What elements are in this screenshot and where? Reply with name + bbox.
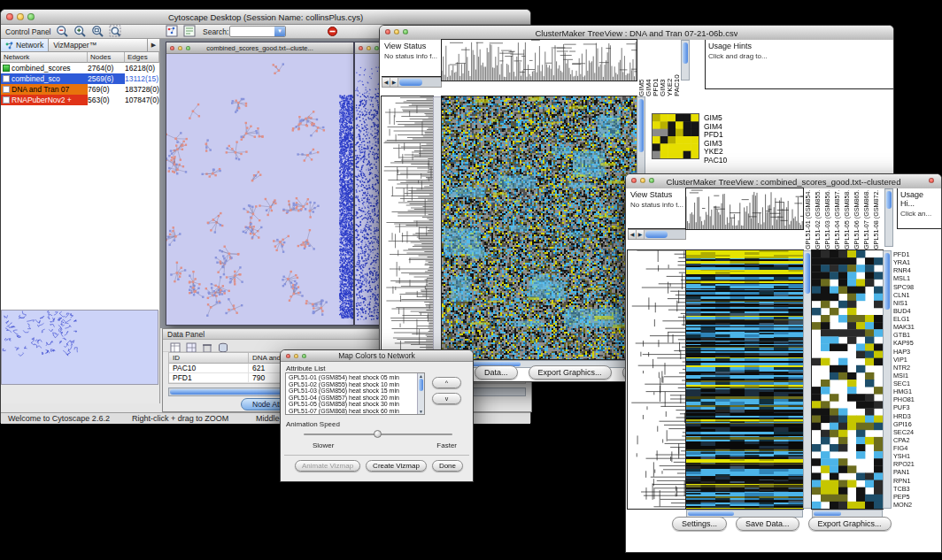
tv2-row-label[interactable]: RPN1 bbox=[893, 477, 941, 485]
tv2-button[interactable]: Export Graphics... bbox=[808, 517, 892, 531]
treeview1-titlebar[interactable]: ClusterMaker TreeView : DNA and Tran 07-… bbox=[380, 26, 893, 41]
zoom-out-icon[interactable] bbox=[56, 25, 69, 38]
scroll-right-icon[interactable]: ▶ bbox=[637, 230, 645, 239]
scrollbar-thumb[interactable] bbox=[399, 79, 422, 86]
tv1-button[interactable]: Export Graphics... bbox=[529, 365, 612, 380]
network-list-item[interactable]: combined_scores2764(0)16218(0) bbox=[1, 63, 159, 73]
close-button[interactable] bbox=[359, 46, 363, 50]
attribute-list-item[interactable]: GPL51-05 (GSM858) heat shock 30 min bbox=[287, 401, 416, 408]
minimize-button[interactable] bbox=[394, 29, 399, 35]
tv2-row-label[interactable]: TCB3 bbox=[893, 485, 941, 493]
annotation-icon[interactable] bbox=[183, 25, 197, 38]
tv2-row-label[interactable]: VIP1 bbox=[893, 356, 941, 364]
network-view-icon[interactable] bbox=[166, 25, 179, 38]
row-dendrogram[interactable] bbox=[382, 96, 433, 359]
tv2-column-label[interactable]: GPL51-02 (GSM855... bbox=[813, 189, 822, 249]
tv2-row-label[interactable]: NTR2 bbox=[893, 364, 941, 372]
tv2-row-label[interactable]: FIG4 bbox=[893, 444, 941, 452]
attribute-listbox[interactable]: GPL51-01 (GSM854) heat shock 05 minGPL51… bbox=[285, 372, 425, 415]
close-button[interactable] bbox=[286, 354, 290, 358]
tv2-row-label[interactable]: BUD4 bbox=[893, 307, 941, 315]
view-status-scrollbar[interactable]: ◀ ▶ bbox=[628, 229, 686, 240]
red-status-icon[interactable] bbox=[327, 25, 340, 38]
tv2-row-label[interactable]: PEP5 bbox=[893, 493, 941, 501]
tv2-row-label[interactable]: PUF3 bbox=[893, 403, 941, 411]
tv2-button[interactable]: Settings... bbox=[672, 517, 727, 531]
tv2-row-label[interactable]: HRD3 bbox=[893, 412, 941, 420]
tv2-column-label[interactable]: GPL51-07 (GSM868... bbox=[861, 189, 871, 249]
tv2-row-label[interactable]: KAP95 bbox=[893, 339, 941, 347]
scrollbar-thumb[interactable] bbox=[419, 379, 423, 391]
tv2-row-label[interactable]: SEC1 bbox=[893, 380, 941, 387]
search-input[interactable]: ▼ bbox=[229, 26, 286, 37]
scrollbar-thumb[interactable] bbox=[645, 231, 668, 238]
cytoscape-titlebar[interactable]: Cytoscape Desktop (Session Name: collins… bbox=[1, 10, 530, 25]
tv2-row-label[interactable]: CLN1 bbox=[893, 291, 941, 299]
tv1-column-label[interactable]: PAC10 bbox=[674, 42, 681, 96]
close-button[interactable] bbox=[6, 13, 13, 20]
scrollbar-thumb[interactable] bbox=[638, 99, 644, 152]
close-button[interactable] bbox=[170, 46, 174, 50]
create-vizmap-button[interactable]: Create Vizmap bbox=[366, 460, 427, 472]
tv2-column-label[interactable]: GPL51-06 (GSM865... bbox=[852, 189, 861, 249]
chevron-down-icon[interactable]: ▼ bbox=[274, 27, 285, 36]
tv2-column-label[interactable]: GPL51-03 (GSM856... bbox=[822, 189, 832, 249]
network-graph-canvas[interactable] bbox=[166, 54, 353, 325]
tv2-row-label[interactable]: HMG1 bbox=[893, 387, 941, 395]
dendrogram-scrollbar[interactable] bbox=[433, 96, 442, 359]
tv2-button[interactable]: Save Data... bbox=[736, 517, 799, 531]
tab-network[interactable]: Network bbox=[1, 39, 49, 51]
zoom-button[interactable] bbox=[649, 178, 654, 183]
secondary-heatmap-canvas[interactable] bbox=[812, 250, 883, 509]
zoom-button[interactable] bbox=[186, 46, 190, 50]
column-header-edges[interactable]: Edges bbox=[125, 52, 159, 63]
treeview2-titlebar[interactable]: ClusterMaker TreeView : combined_scores_… bbox=[626, 174, 941, 189]
dialog-titlebar[interactable]: Map Colors to Network bbox=[281, 350, 473, 362]
tv2-row-label[interactable]: RNR4 bbox=[893, 266, 941, 274]
tv1-column-label[interactable]: PFD1 bbox=[652, 42, 660, 96]
scroll-down-icon[interactable]: ▼ bbox=[418, 409, 424, 414]
tv2-row-label[interactable]: YSH1 bbox=[893, 452, 941, 460]
tv1-button[interactable]: Data... bbox=[475, 365, 518, 380]
tv2-row-label[interactable]: PAN1 bbox=[893, 468, 941, 476]
animation-speed-slider[interactable] bbox=[304, 430, 452, 439]
animate-vizmap-button[interactable]: Animate Vizmap bbox=[295, 460, 360, 472]
tv2-row-label[interactable]: PFD1 bbox=[893, 250, 941, 258]
zoom-selected-icon[interactable] bbox=[109, 25, 122, 38]
tv2-column-label[interactable]: GPL51-08 (GSM872... bbox=[871, 189, 881, 249]
tv2-row-label[interactable]: GPI16 bbox=[893, 420, 941, 428]
tv1-column-label[interactable]: YKE2 bbox=[667, 42, 674, 96]
tv2-row-label[interactable]: MON2 bbox=[893, 501, 941, 509]
slider-thumb[interactable] bbox=[374, 430, 382, 438]
done-button[interactable]: Done bbox=[432, 460, 463, 472]
scroll-left-icon[interactable]: ◀ bbox=[629, 230, 637, 239]
scroll-right-icon[interactable]: ▶ bbox=[390, 78, 398, 87]
tv2-row-label[interactable]: SPC98 bbox=[893, 283, 941, 291]
network-list-item[interactable]: RNAPuberNov2 +563(0)107847(0) bbox=[1, 95, 159, 105]
close-button[interactable] bbox=[631, 178, 637, 183]
tv1-column-label[interactable]: GIM4 bbox=[645, 42, 652, 96]
scrollbar-thumb[interactable] bbox=[683, 42, 688, 64]
tab-overflow-icon[interactable]: ▶ bbox=[148, 39, 159, 51]
tv2-row-label[interactable]: GTB1 bbox=[893, 331, 941, 339]
zoom-button[interactable] bbox=[27, 13, 35, 20]
tv2-row-label[interactable]: HAP3 bbox=[893, 348, 941, 356]
tv2-row-label[interactable]: YRA1 bbox=[893, 258, 941, 266]
column-header-network[interactable]: Network bbox=[1, 52, 88, 63]
heatmap-canvas[interactable] bbox=[442, 96, 637, 359]
attribute-list-item[interactable]: GPL51-03 (GSM856) heat shock 15 min bbox=[287, 387, 416, 395]
tv2-row-label[interactable]: NIS1 bbox=[893, 299, 941, 307]
attribute-list-item[interactable]: GPL51-04 (GSM857) heat shock 20 min bbox=[287, 395, 416, 402]
view-status-scrollbar[interactable]: ◀ ▶ bbox=[382, 77, 442, 88]
tv1-column-label[interactable]: GIM5 bbox=[638, 42, 645, 96]
minimize-button[interactable] bbox=[178, 46, 182, 50]
tv2-column-label[interactable]: GPL51-05 (GSM858... bbox=[842, 189, 852, 249]
scroll-left-icon[interactable]: ◀ bbox=[382, 78, 390, 87]
attribute-list-item[interactable]: GPL51-02 (GSM855) heat shock 10 min bbox=[287, 381, 416, 388]
scrollbar-thumb[interactable] bbox=[805, 253, 810, 294]
tv1-column-label[interactable]: GIM3 bbox=[660, 42, 667, 96]
scrollbar-track[interactable] bbox=[645, 230, 685, 239]
scrollbar-track[interactable] bbox=[398, 78, 441, 87]
secondary-vscrollbar[interactable] bbox=[883, 250, 892, 509]
tv2-row-label[interactable]: RPO21 bbox=[893, 460, 941, 468]
